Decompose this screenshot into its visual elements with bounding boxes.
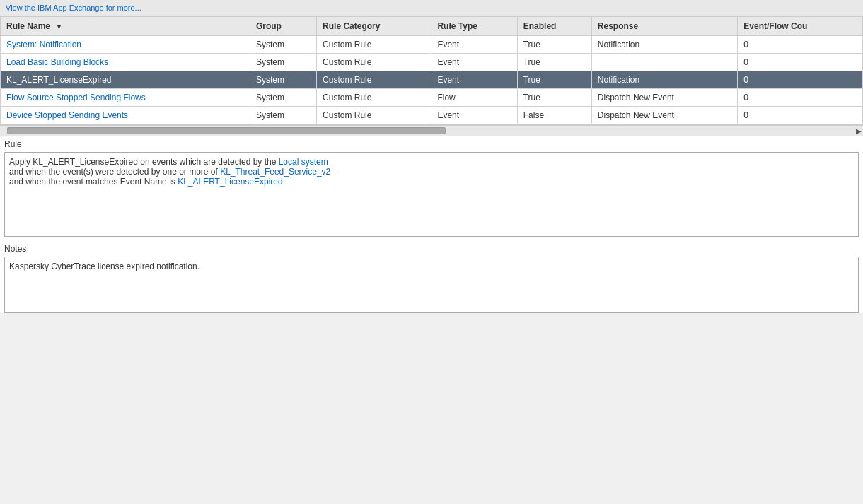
table-cell-rule_type: Event [432,71,517,89]
table-cell-enabled: True [517,89,591,107]
rule-name-link[interactable]: KL_ALERT_LicenseExpired [6,75,112,85]
rule-section: Rule Apply KL_ALERT_LicenseExpired on ev… [0,136,863,237]
table-cell-response: Notification [591,36,737,54]
col-rule-name-label: Rule Name [6,21,50,31]
table-cell-event_flow_count: 0 [738,107,863,124]
table-cell-enabled: False [517,107,591,124]
notes-section-label: Notes [0,241,863,255]
col-group[interactable]: Group [250,17,316,36]
col-event-flow-count-label: Event/Flow Cou [743,21,807,31]
table-cell-rule_type: Flow [432,89,517,107]
col-rule-type-label: Rule Type [437,21,477,31]
table-cell-group: System [250,71,316,89]
notes-section: Notes Kaspersky CyberTrace license expir… [0,241,863,313]
table-cell-rule_type: Event [432,54,517,71]
table-row[interactable]: System: NotificationSystemCustom RuleEve… [1,36,863,54]
table-cell-response [591,54,737,71]
table-row[interactable]: Device Stopped Sending EventsSystemCusto… [1,107,863,124]
table-cell-rule_category: Custom Rule [317,71,432,89]
rule-name-link[interactable]: Load Basic Building Blocks [6,57,108,67]
scrollbar-area[interactable]: ▶ [0,125,863,136]
table-cell-rule_category: Custom Rule [317,89,432,107]
event-name-highlight: KL_ALERT_LicenseExpired [178,177,283,187]
col-rule-category-label: Rule Category [323,21,380,31]
table-row[interactable]: Flow Source Stopped Sending FlowsSystemC… [1,89,863,107]
table-wrapper: Rule Name ▼ Group Rule Category Rule Typ… [0,16,863,125]
table-body: System: NotificationSystemCustom RuleEve… [1,36,863,124]
notes-text-content: Kaspersky CyberTrace license expired not… [4,257,859,313]
table-cell-rule_name[interactable]: System: Notification [1,36,250,54]
table-cell-rule_name[interactable]: Device Stopped Sending Events [1,107,250,124]
table-cell-event_flow_count: 0 [738,71,863,89]
table-cell-rule_category: Custom Rule [317,54,432,71]
table-cell-group: System [250,107,316,124]
col-event-flow-count[interactable]: Event/Flow Cou [738,17,863,36]
table-cell-group: System [250,54,316,71]
col-rule-type[interactable]: Rule Type [432,17,517,36]
table-cell-enabled: True [517,54,591,71]
col-rule-category[interactable]: Rule Category [317,17,432,36]
local-system-highlight: Local system [279,157,328,167]
rules-table: Rule Name ▼ Group Rule Category Rule Typ… [0,16,863,124]
table-cell-response: Dispatch New Event [591,107,737,124]
rule-section-label: Rule [0,136,863,151]
table-cell-rule_name[interactable]: Load Basic Building Blocks [1,54,250,71]
sort-arrow-icon: ▼ [55,23,62,30]
col-enabled-label: Enabled [523,21,557,31]
rule-name-link[interactable]: System: Notification [6,40,81,49]
threat-feed-highlight: KL_Threat_Feed_Service_v2 [220,167,330,177]
table-cell-group: System [250,89,316,107]
table-cell-rule_name[interactable]: KL_ALERT_LicenseExpired [1,71,250,89]
table-cell-enabled: True [517,36,591,54]
table-header-row: Rule Name ▼ Group Rule Category Rule Typ… [1,17,863,36]
col-group-label: Group [256,21,282,31]
rule-text-content: Apply KL_ALERT_LicenseExpired on events … [4,152,859,237]
table-cell-rule_type: Event [432,36,517,54]
table-cell-rule_type: Event [432,107,517,124]
col-rule-name[interactable]: Rule Name ▼ [1,17,250,36]
table-cell-response: Notification [591,71,737,89]
table-cell-response: Dispatch New Event [591,89,737,107]
scrollbar-right-arrow-icon[interactable]: ▶ [856,127,862,135]
table-cell-rule_name[interactable]: Flow Source Stopped Sending Flows [1,89,250,107]
table-cell-event_flow_count: 0 [738,36,863,54]
col-response-label: Response [598,21,638,31]
table-cell-rule_category: Custom Rule [317,107,432,124]
table-cell-enabled: True [517,71,591,89]
table-cell-group: System [250,36,316,54]
top-bar: View the IBM App Exchange for more... [0,0,863,16]
table-cell-event_flow_count: 0 [738,54,863,71]
table-row[interactable]: KL_ALERT_LicenseExpiredSystemCustom Rule… [1,71,863,89]
col-response[interactable]: Response [591,17,737,36]
table-row[interactable]: Load Basic Building BlocksSystemCustom R… [1,54,863,71]
table-cell-rule_category: Custom Rule [317,36,432,54]
rule-name-link[interactable]: Flow Source Stopped Sending Flows [6,93,146,102]
main-container: Rule Name ▼ Group Rule Category Rule Typ… [0,16,863,313]
rule-name-link[interactable]: Device Stopped Sending Events [6,110,128,120]
table-cell-event_flow_count: 0 [738,89,863,107]
ibm-exchange-link[interactable]: View the IBM App Exchange for more... [6,4,141,12]
col-enabled[interactable]: Enabled [517,17,591,36]
scrollbar-thumb[interactable] [7,127,446,134]
